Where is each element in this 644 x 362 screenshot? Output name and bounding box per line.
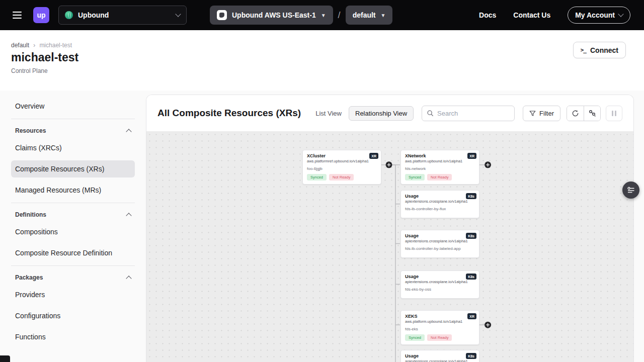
auto-layout-button[interactable] [584,106,600,121]
search-box[interactable] [422,106,515,121]
node-api-version: apiextensions.crossplane.io/v1alpha1 [405,280,475,284]
node-name: fds-eks-by-oss [405,287,475,292]
node-api-version: aws.platform.upbound.io/v1alpha1 [405,159,475,163]
node-title: Usage [405,274,475,279]
org-dropdown[interactable]: Upbound [58,6,187,25]
divider [11,203,135,203]
graph-node[interactable]: K8sUsageapiextensions.crossplane.io/v1al… [400,350,479,362]
caret-down-icon: ▼ [321,13,326,18]
graph-node[interactable]: XRXClusteraws.platformref.upbound.io/v1a… [302,150,381,185]
space-dropdown[interactable]: Upbound AWS US-East-1 ▼ [210,6,333,25]
search-input[interactable] [437,110,503,117]
node-statuses: SyncedNot Ready [405,334,475,341]
breadcrumb-current: michael-test [39,42,72,49]
breadcrumb: default › michael-test [11,41,72,49]
node-name: fds-lb-controller-by-flux [405,207,475,211]
graph-node[interactable]: XRXNetworkaws.platform.upbound.io/v1alph… [400,150,479,185]
contact-us-link[interactable]: Contact Us [513,11,550,19]
node-title: XNetwork [405,153,475,158]
hamburger-menu-icon[interactable] [8,6,26,24]
chevron-up-icon [126,129,131,134]
node-name: foo-6jgjb [307,166,377,171]
node-api-version: apiextensions.crossplane.io/v1alpha1 [405,199,475,204]
graph-node[interactable]: XRXEKSaws.platform.upbound.io/v1alpha1fd… [400,310,479,345]
graph-node[interactable]: K8sUsageapiextensions.crossplane.io/v1al… [400,230,479,258]
graph-edges [146,131,633,362]
sidebar-sections: ResourcesClaims (XRCs)Composite Resource… [11,119,135,345]
pause-button[interactable] [606,106,622,121]
relationship-canvas[interactable]: XRXClusteraws.platformref.upbound.io/v1a… [146,131,633,362]
group-dropdown-label: default [353,11,376,19]
sidebar-section-header[interactable]: Resources [11,125,135,139]
page-subtitle: Control Plane [11,67,48,74]
org-dropdown-label: Upbound [78,11,109,19]
terminal-icon: >_ [581,47,586,53]
status-badge: Synced [405,174,425,180]
node-name: fds-network [405,166,475,171]
my-account-label: My Account [575,11,615,19]
sidebar-item[interactable]: Configurations [11,307,135,324]
resource-kind-badge: XR [467,313,476,319]
node-title: XEKS [405,314,475,319]
node-statuses: SyncedNot Ready [405,174,475,180]
canvas-action-group [567,106,601,121]
sidebar-section-header[interactable]: Packages [11,272,135,286]
sidebar-section: PackagesProvidersConfigurationsFunctions [11,265,135,345]
graph-node[interactable]: K8sUsageapiextensions.crossplane.io/v1al… [400,270,479,299]
sidebar-item[interactable]: Compositions [11,223,135,240]
upbound-logo[interactable]: up [33,7,49,23]
status-badge: Synced [307,174,327,180]
sidebar-item[interactable]: Composite Resources (XRs) [11,160,135,177]
graph-settings-icon [588,109,596,117]
status-badge: Not Ready [329,174,354,180]
sidebar-section-header[interactable]: Definitions [11,209,135,223]
node-title: Usage [405,353,475,358]
search-icon [427,110,434,117]
sidebar-section: DefinitionsCompositionsComposite Resourc… [11,203,135,261]
sidebar-section-title: Packages [15,274,43,281]
breadcrumb-slash: / [338,10,341,21]
node-name: fds-eks [405,327,475,331]
sidebar-item[interactable]: Providers [11,286,135,303]
node-title: Usage [405,194,475,199]
chevron-down-icon [618,11,623,17]
node-api-version: aws.platform.upbound.io/v1alpha1 [405,319,475,324]
my-account-button[interactable]: My Account [568,7,630,24]
node-title: Usage [405,233,475,238]
sidebar-section: ResourcesClaims (XRCs)Composite Resource… [11,119,135,199]
node-statuses: SyncedNot Ready [307,174,377,180]
status-badge: Not Ready [427,334,452,341]
main-panel: All Composite Resources (XRs) List View … [146,95,634,362]
sidebar-item[interactable]: Managed Resources (MRs) [11,182,135,199]
resource-kind-badge: K8s [466,353,476,359]
filter-button[interactable]: Filter [523,106,560,121]
breadcrumb-default[interactable]: default [11,42,29,49]
sidebar-item[interactable]: Claims (XRCs) [11,139,135,156]
graph-node[interactable]: K8sUsageapiextensions.crossplane.io/v1al… [400,190,479,218]
filter-list-icon [627,186,635,194]
toolbar: All Composite Resources (XRs) List View … [146,95,633,131]
main-title: All Composite Resources (XRs) [157,108,301,119]
tab-list-view[interactable]: List View [315,110,342,117]
sidebar-item[interactable]: Functions [11,328,135,345]
sidebar-item[interactable]: Composite Resource Definition [11,244,135,261]
connect-button[interactable]: >_ Connect [573,42,626,58]
chevron-up-icon [126,276,131,281]
globe-icon [65,11,73,19]
group-dropdown[interactable]: default ▼ [346,6,393,25]
corner-widget[interactable] [0,355,10,362]
caret-down-icon: ▼ [381,13,386,18]
breadcrumb-separator-icon: › [33,41,35,49]
node-api-version: apiextensions.crossplane.io/v1alpha1 [405,359,475,362]
resource-kind-badge: K8s [466,193,476,199]
page-header: default › michael-test michael-test Cont… [0,30,644,90]
tab-relationship-view[interactable]: Relationship View [349,106,414,121]
refresh-icon [572,110,579,117]
legend-button[interactable] [622,182,639,199]
sidebar: Overview ResourcesClaims (XRCs)Composite… [0,90,146,362]
sidebar-item-overview[interactable]: Overview [11,98,135,115]
docs-link[interactable]: Docs [479,11,496,19]
space-dropdown-label: Upbound AWS US-East-1 [232,11,316,19]
node-name: fds-lb-controller-by-labeled-app [405,246,475,251]
refresh-button[interactable] [567,106,584,121]
